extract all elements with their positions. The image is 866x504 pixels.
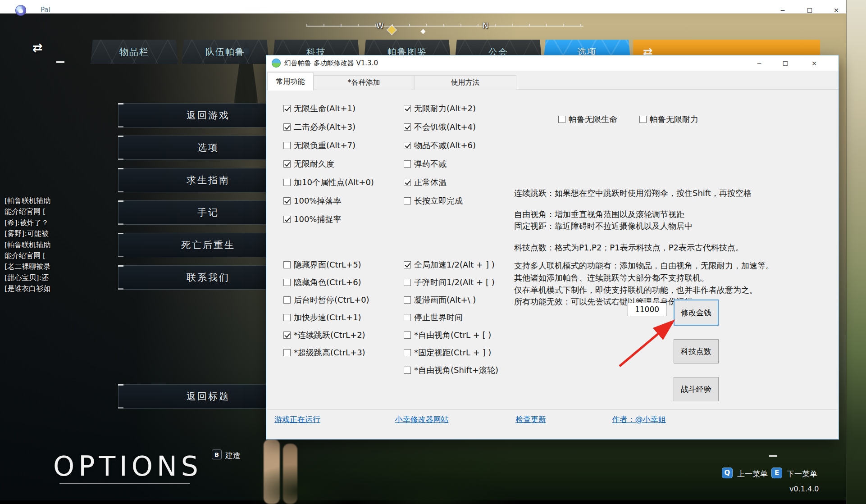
maximize-button[interactable]: ☐ xyxy=(801,5,819,15)
trainer-link-作者：@小幸姐[interactable]: 作者：@小幸姐 xyxy=(612,414,666,425)
checkbox-checked-icon[interactable] xyxy=(404,179,411,186)
trainer-checkbox-row[interactable]: 加10个属性点(Alt+0) xyxy=(283,177,374,187)
trainer-checkbox-row[interactable]: 帕鲁无限生命 xyxy=(558,114,617,124)
annotation-arrow xyxy=(613,317,681,375)
trainer-checkbox-row[interactable]: 隐藏角色(CtrL+6) xyxy=(283,277,361,287)
checkbox-unchecked-icon[interactable] xyxy=(404,296,411,304)
checkbox-unchecked-icon[interactable] xyxy=(639,116,647,123)
trainer-info-line: 自由视角：增加垂直视角范围以及滚轮调节视距 xyxy=(514,209,684,220)
checkbox-checked-icon[interactable] xyxy=(404,123,411,131)
trainer-checkbox-row[interactable]: 100%捕捉率 xyxy=(283,214,341,224)
checkbox-unchecked-icon[interactable] xyxy=(283,349,291,356)
game-tab-队伍帕鲁[interactable]: 队伍帕鲁 xyxy=(182,40,269,64)
trainer-checkbox-row[interactable]: 帕鲁无限耐力 xyxy=(639,114,698,124)
checkbox-checked-icon[interactable] xyxy=(283,331,291,339)
trainer-link-游戏正在运行[interactable]: 游戏正在运行 xyxy=(274,414,320,425)
checkbox-label: 帕鲁无限生命 xyxy=(569,114,617,125)
trainer-checkbox-row[interactable]: 子弹时间1/2(Alt + [ ) xyxy=(404,277,495,287)
trainer-title-bar[interactable]: 幻兽帕鲁 多功能修改器 V1.3.0 ─ ☐ ✕ xyxy=(266,55,839,71)
checkbox-checked-icon[interactable] xyxy=(283,160,291,168)
chat-message: [帕鲁联机辅助 xyxy=(5,196,140,207)
chat-message: [甜心宝贝]:还 xyxy=(5,273,140,284)
checkbox-label: 帕鲁无限耐力 xyxy=(650,114,698,125)
prev-menu-key-badge: Q xyxy=(722,468,733,478)
prev-menu-label[interactable]: 上一菜单 xyxy=(737,469,768,479)
checkbox-checked-icon[interactable] xyxy=(283,123,291,131)
game-tab-物品栏[interactable]: 物品栏 xyxy=(91,40,178,64)
checkbox-checked-icon[interactable] xyxy=(283,105,291,112)
trainer-checkbox-row[interactable]: *自由视角(CtrL + [ ) xyxy=(404,330,491,340)
trainer-checkbox-row[interactable]: 无限负重(Alt+7) xyxy=(283,141,356,150)
trainer-checkbox-row[interactable]: 加快步速(CtrL+1) xyxy=(283,313,361,322)
trainer-link-小幸修改器网站[interactable]: 小幸修改器网站 xyxy=(395,414,449,425)
trainer-minimize-button[interactable]: ─ xyxy=(749,58,769,69)
trainer-checkbox-row[interactable]: *固定视距(CtrL + ] ) xyxy=(404,348,491,358)
checkbox-checked-icon[interactable] xyxy=(404,142,411,149)
options-divider xyxy=(59,483,190,484)
checkbox-label: 无限生命(Alt+1) xyxy=(294,103,356,114)
money-amount-input[interactable] xyxy=(628,303,666,316)
checkbox-unchecked-icon[interactable] xyxy=(404,349,411,356)
trainer-checkbox-row[interactable]: 无限生命(Alt+1) xyxy=(283,104,356,114)
trainer-checkbox-row[interactable]: *自由视角(Shift+滚轮) xyxy=(404,365,498,375)
checkbox-checked-icon[interactable] xyxy=(404,261,411,268)
checkbox-unchecked-icon[interactable] xyxy=(283,296,291,304)
checkbox-unchecked-icon[interactable] xyxy=(404,160,411,168)
checkbox-checked-icon[interactable] xyxy=(404,105,411,112)
trainer-close-button[interactable]: ✕ xyxy=(804,58,824,69)
checkbox-unchecked-icon[interactable] xyxy=(558,116,565,123)
trainer-checkbox-row[interactable]: 弹药不减 xyxy=(404,159,447,169)
trainer-checkbox-row[interactable]: 长按立即完成 xyxy=(404,196,463,206)
checkbox-unchecked-icon[interactable] xyxy=(404,279,411,286)
next-menu-label[interactable]: 下一菜单 xyxy=(787,469,817,479)
checkbox-checked-icon[interactable] xyxy=(283,216,291,223)
next-menu-key-badge: E xyxy=(771,468,782,478)
trainer-tab-常用功能[interactable]: 常用功能 xyxy=(267,73,314,91)
trainer-checkbox-row[interactable]: *超级跳高(CtrL+3) xyxy=(283,348,365,358)
checkbox-unchecked-icon[interactable] xyxy=(283,314,291,321)
trainer-checkbox-row[interactable]: 无限耐久度 xyxy=(283,159,334,169)
trainer-tab-使用方法[interactable]: 使用方法 xyxy=(414,75,516,90)
page-title: OPTIONS xyxy=(53,450,202,482)
trainer-app-icon xyxy=(272,59,281,68)
checkbox-label: 弹药不减 xyxy=(414,159,447,169)
trainer-tab-*各种添加[interactable]: *各种添加 xyxy=(314,75,414,90)
trainer-checkbox-row[interactable]: 后台时暂停(CtrL+0) xyxy=(283,295,369,305)
checkbox-unchecked-icon[interactable] xyxy=(283,142,291,149)
trainer-checkbox-row[interactable]: 100%掉落率 xyxy=(283,196,341,206)
trainer-checkbox-row[interactable]: 停止世界时间 xyxy=(404,313,463,322)
trainer-checkbox-row[interactable]: 二击必杀(Alt+3) xyxy=(283,122,356,132)
chat-message: [雾野]:可能被 xyxy=(5,229,140,240)
checkbox-unchecked-icon[interactable] xyxy=(404,314,411,321)
trainer-checkbox-row[interactable]: 全局加速1/2(Alt + ] ) xyxy=(404,260,495,270)
checkbox-label: 隐藏角色(CtrL+6) xyxy=(294,277,361,288)
minimize-button[interactable]: ─ xyxy=(774,5,792,15)
trainer-checkbox-row[interactable]: 不会饥饿(Alt+4) xyxy=(404,122,476,132)
checkbox-unchecked-icon[interactable] xyxy=(283,179,291,186)
chat-message: [是谁衣白衫如 xyxy=(5,284,140,295)
trainer-checkbox-row[interactable]: *连续跳跃(CtrL+2) xyxy=(283,330,365,340)
trainer-maximize-button[interactable]: ☐ xyxy=(775,58,795,69)
trainer-checkbox-row[interactable]: 隐藏界面(CtrL+5) xyxy=(283,260,361,270)
close-button[interactable]: ✕ xyxy=(827,5,845,15)
checkbox-unchecked-icon[interactable] xyxy=(404,367,411,374)
battle-exp-button[interactable]: 战斗经验 xyxy=(674,377,719,401)
trainer-info-line: 所有功能无效：可以先尝试右键以管理员身份运行。 xyxy=(514,296,701,307)
compass-ticks xyxy=(306,24,583,27)
checkbox-label: 无限负重(Alt+7) xyxy=(294,140,356,151)
menu-corner-dash xyxy=(769,455,777,457)
checkbox-label: 物品不减(Alt+6) xyxy=(414,140,476,151)
trainer-checkbox-row[interactable]: 无限耐力(Alt+2) xyxy=(404,104,476,114)
trainer-checkbox-row[interactable]: 正常体温 xyxy=(404,177,447,187)
checkbox-unchecked-icon[interactable] xyxy=(283,279,291,286)
chat-message: 能介绍官网 [ xyxy=(5,207,140,218)
checkbox-checked-icon[interactable] xyxy=(283,197,291,204)
trainer-checkbox-row[interactable]: 凝滞画面(Alt+\ ) xyxy=(404,295,476,305)
trainer-link-检查更新[interactable]: 检查更新 xyxy=(515,414,546,425)
checkbox-unchecked-icon[interactable] xyxy=(404,197,411,204)
trainer-checkbox-row[interactable]: 物品不减(Alt+6) xyxy=(404,141,476,150)
game-tab-label: 队伍帕鲁 xyxy=(205,46,245,58)
checkbox-unchecked-icon[interactable] xyxy=(404,331,411,339)
checkbox-unchecked-icon[interactable] xyxy=(283,261,291,268)
os-title-bar: Pal ─ ☐ ✕ xyxy=(0,0,846,14)
